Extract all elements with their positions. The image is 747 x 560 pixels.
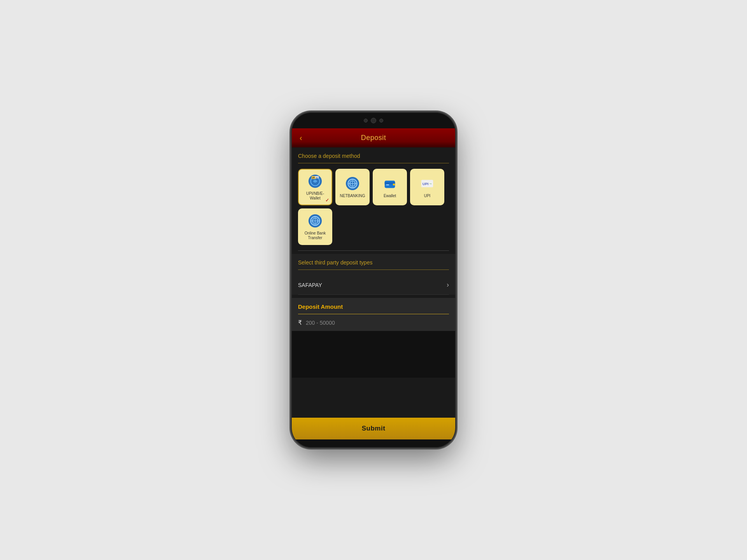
camera-dot-small2 [379, 119, 383, 122]
method-label-ewallet: Ewallet [384, 194, 396, 198]
svg-text:UPI: UPI [423, 182, 429, 186]
method-label-online-bank-transfer: Online Bank Transfer [302, 231, 328, 240]
deposit-amount-section: Deposit Amount ₹ 200 - 50000 [292, 298, 455, 331]
upi-icon: UPI → [419, 176, 435, 191]
method-netbanking[interactable]: NETBANKING [335, 169, 370, 205]
netbanking-icon [345, 176, 360, 191]
svg-text:→: → [428, 182, 432, 186]
svg-text:UPI: UPI [312, 177, 315, 179]
amount-input-row[interactable]: ₹ 200 - 50000 [298, 314, 449, 331]
method-label-upi: UPI [424, 194, 431, 198]
third-party-label: Select third party deposit types [298, 259, 449, 266]
ewallet-icon [382, 176, 398, 191]
header-title: Deposit [361, 134, 386, 142]
methods-grid: UPI NET UPI/NB/E-Wallet [298, 169, 449, 245]
svg-rect-14 [393, 184, 395, 186]
method-section-bottom-border [298, 250, 449, 251]
method-label-upi-nb-ewallet: UPI/NB/E-Wallet [302, 191, 328, 201]
method-label-netbanking: NETBANKING [340, 194, 365, 198]
submit-button[interactable]: Submit [292, 418, 455, 439]
deposit-method-section: Choose a deposit method UPI [292, 147, 455, 251]
safepay-row[interactable]: SAFAPAY › [298, 275, 449, 295]
chevron-right-icon: › [447, 281, 449, 289]
deposit-method-label: Choose a deposit method [298, 153, 449, 159]
phone-bottom-bar [292, 439, 455, 447]
header: ‹ Deposit [292, 128, 455, 147]
phone-frame: ‹ Deposit Choose a deposit method [292, 113, 455, 447]
upi-nb-ewallet-icon: UPI NET [307, 173, 323, 189]
method-upi[interactable]: UPI → UPI [410, 169, 444, 205]
safepay-label: SAFAPAY [298, 282, 322, 288]
method-online-bank-transfer[interactable]: Online Bank Transfer [298, 208, 332, 245]
camera-dot-small [364, 119, 368, 122]
third-party-section: Select third party deposit types SAFAPAY… [292, 254, 455, 295]
back-button[interactable]: ‹ [300, 133, 302, 142]
third-party-divider [298, 270, 449, 270]
phone-notch-area [292, 113, 455, 128]
rupee-symbol: ₹ [298, 319, 302, 326]
phone-notch [346, 115, 401, 126]
deposit-method-divider [298, 163, 449, 163]
amount-placeholder: 200 - 50000 [306, 320, 335, 326]
dark-bg-area [292, 331, 455, 378]
method-ewallet[interactable]: Ewallet [373, 169, 407, 205]
deposit-amount-label: Deposit Amount [298, 303, 449, 310]
camera-dot-main [371, 118, 376, 123]
svg-rect-13 [386, 184, 389, 186]
svg-text:NET: NET [316, 177, 319, 178]
content-area: Choose a deposit method UPI [292, 147, 455, 418]
method-upi-nb-ewallet[interactable]: UPI NET UPI/NB/E-Wallet [298, 169, 332, 205]
online-bank-transfer-icon [307, 213, 323, 229]
phone-screen: ‹ Deposit Choose a deposit method [292, 128, 455, 447]
